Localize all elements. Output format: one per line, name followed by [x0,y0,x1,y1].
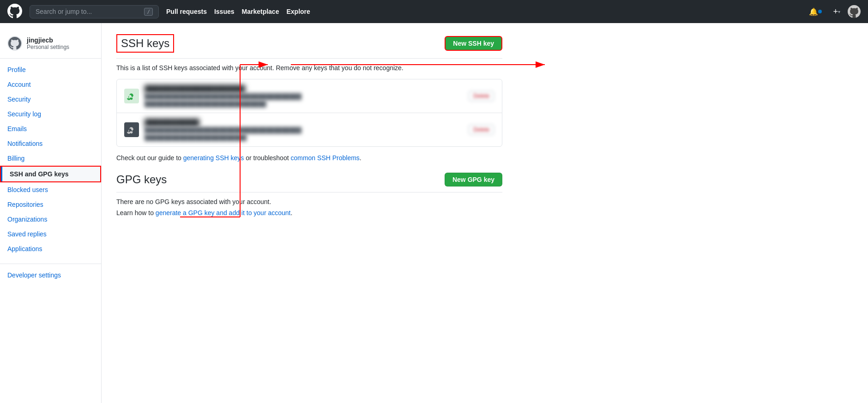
gpg-header: GPG keys New GPG key [116,173,502,192]
nav-issues[interactable]: Issues [214,8,235,15]
ssh-key-fingerprint-1: ████████████████████████████████████████ [145,93,463,100]
sidebar-item-security-log[interactable]: Security log [0,107,101,121]
gpg-learn-prefix: Learn how to [116,209,156,217]
ssh-key-icon-dark [124,122,139,137]
ssh-key-delete-button-1[interactable]: Delete [468,90,494,102]
sidebar-item-applications[interactable]: Applications [0,241,101,256]
ssh-key-details-1: ██████████████████████ █████████████████… [145,85,463,107]
sidebar-link-security-log[interactable]: Security log [0,107,101,121]
sidebar-item-organizations[interactable]: Organizations [0,212,101,227]
plus-icon: + [833,7,838,17]
bell-icon: 🔔 [809,7,818,16]
developer-settings-link[interactable]: Developer settings [0,268,101,283]
sidebar-item-account[interactable]: Account [0,77,101,92]
sidebar-link-organizations[interactable]: Organizations [0,212,101,227]
guide-text-middle: or troubleshoot [244,154,290,162]
ssh-header: SSH keys New SSH key [116,34,502,59]
sidebar-link-profile[interactable]: Profile [0,62,101,77]
nav-bar: Search or jump to... / Pull requests Iss… [0,0,868,23]
sidebar-link-repositories[interactable]: Repositories [0,197,101,212]
sidebar-subtitle: Personal settings [27,44,69,50]
nav-right: 🔔 + ▾ [805,5,861,18]
main-content: SSH keys New SSH key This is a list of S… [102,23,517,403]
guide-text-suffix: . [360,154,362,162]
sidebar-link-account[interactable]: Account [0,77,101,92]
ssh-key-list: ██████████████████████ █████████████████… [116,79,502,147]
gpg-learn-suffix: . [290,209,292,217]
nav-explore[interactable]: Explore [286,8,310,15]
ssh-key-actions-2: Delete [468,124,494,135]
ssh-key-details-2: ████████████ ███████████████████████████… [145,119,463,141]
gpg-section: GPG keys New GPG key There are no GPG ke… [116,173,502,217]
sidebar-developer-section: Developer settings [0,264,101,283]
sidebar-username: jingjiecb [27,36,69,44]
guide-text-prefix: Check out our guide to [116,154,183,162]
nav-pull-requests[interactable]: Pull requests [166,8,207,15]
gpg-empty-text: There are no GPG keys associated with yo… [116,198,502,205]
page-wrapper: jingjiecb Personal settings Profile Acco… [0,23,868,403]
ssh-guide-text: Check out our guide to generating SSH ke… [116,154,502,162]
ssh-key-icon-green [124,89,139,103]
new-ssh-key-button[interactable]: New SSH key [445,36,502,51]
ssh-key-meta-1: ███████████████████████████████ [145,101,463,107]
ssh-key-delete-button-2[interactable]: Delete [468,124,494,135]
ssh-key-actions-1: Delete [468,90,494,102]
sidebar-item-emails[interactable]: Emails [0,121,101,136]
sidebar-avatar [7,36,22,51]
gpg-title: GPG keys [116,173,167,186]
ssh-section: SSH keys New SSH key This is a list of S… [116,34,502,162]
sidebar-link-blocked-users[interactable]: Blocked users [0,182,101,197]
sidebar-item-billing[interactable]: Billing [0,151,101,166]
search-bar[interactable]: Search or jump to... / [30,5,159,18]
sidebar-link-ssh-gpg[interactable]: SSH and GPG keys [1,167,100,181]
sidebar-link-billing[interactable]: Billing [0,151,101,166]
github-logo-icon[interactable] [7,4,22,20]
sidebar-link-security[interactable]: Security [0,92,101,107]
sidebar-link-emails[interactable]: Emails [0,121,101,136]
sidebar-item-security[interactable]: Security [0,92,101,107]
ssh-key-item: ██████████████████████ █████████████████… [117,79,502,113]
sidebar-link-saved-replies[interactable]: Saved replies [0,227,101,241]
ssh-key-name-2: ████████████ [145,119,463,126]
sidebar-link-applications[interactable]: Applications [0,241,101,256]
ssh-key-meta-2: ██████████████████████████ [145,134,463,141]
ssh-key-fingerprint-2: ████████████████████████████████████████ [145,127,463,133]
ssh-title: SSH keys [116,34,174,53]
new-gpg-key-button[interactable]: New GPG key [445,173,502,186]
sidebar-item-repositories[interactable]: Repositories [0,197,101,212]
generating-ssh-keys-link[interactable]: generating SSH keys [183,154,244,162]
common-ssh-problems-link[interactable]: common SSH Problems [290,154,359,162]
sidebar-link-notifications[interactable]: Notifications [0,136,101,151]
search-placeholder: Search or jump to... [36,8,140,15]
avatar[interactable] [848,5,861,18]
sidebar-nav: Profile Account Security Security log Em… [0,62,101,256]
sidebar-item-ssh-gpg[interactable]: SSH and GPG keys [0,166,101,182]
gpg-learn-link[interactable]: generate a GPG key and add it to your ac… [156,209,291,217]
sidebar-item-blocked-users[interactable]: Blocked users [0,182,101,197]
sidebar-item-saved-replies[interactable]: Saved replies [0,227,101,241]
ssh-key-name-1: ██████████████████████ [145,85,463,92]
notification-bell-button[interactable]: 🔔 [805,6,826,18]
search-kbd: / [144,8,153,16]
ssh-description: This is a list of SSH keys associated wi… [116,64,502,72]
sidebar-item-notifications[interactable]: Notifications [0,136,101,151]
nav-links: Pull requests Issues Marketplace Explore [166,8,310,15]
notification-dot [818,10,822,13]
sidebar: jingjiecb Personal settings Profile Acco… [0,23,102,403]
gpg-learn-text: Learn how to generate a GPG key and add … [116,209,502,217]
sidebar-user: jingjiecb Personal settings [0,32,101,59]
sidebar-item-profile[interactable]: Profile [0,62,101,77]
ssh-key-item-2: ████████████ ███████████████████████████… [117,113,502,146]
chevron-down-icon: ▾ [838,9,840,14]
new-item-button[interactable]: + ▾ [829,5,844,18]
nav-marketplace[interactable]: Marketplace [242,8,279,15]
